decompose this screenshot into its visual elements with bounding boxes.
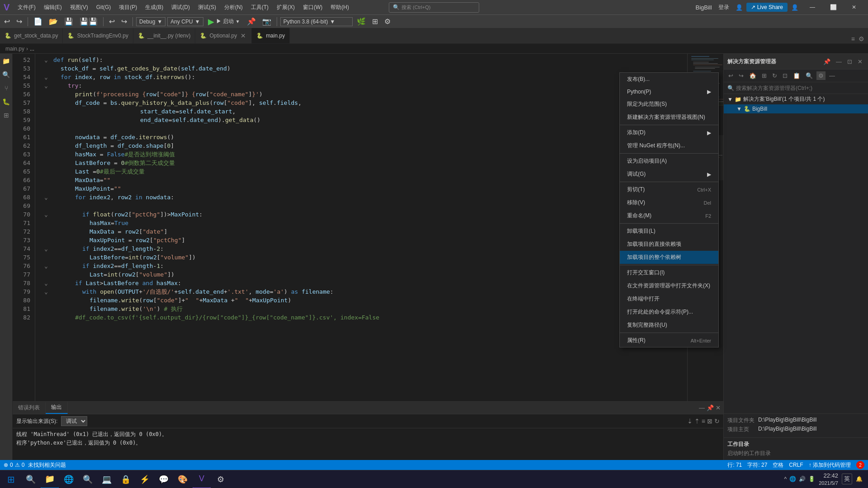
open-btn[interactable]: 📂 [47, 16, 60, 27]
project-item[interactable]: ▼ 🐍 BigBill [724, 104, 868, 113]
ctx-python[interactable]: Python(P) ▶ [620, 86, 718, 98]
code-editor[interactable]: ⌄ def run(self): stock_df = self.get_cod… [35, 54, 687, 401]
ctx-publish[interactable]: 发布(B)... [620, 73, 718, 86]
panel-tool-9[interactable]: ⚙ [816, 71, 826, 80]
ctx-unload[interactable]: 卸载项目(L) [620, 225, 718, 238]
undo-btn[interactable]: ↩ [2, 16, 12, 27]
systray-network[interactable]: 🌐 [789, 476, 796, 482]
taskbar-app-terminal[interactable]: 💻 [98, 470, 116, 488]
panel-pin-btn[interactable]: 📌 [821, 57, 832, 66]
run-button[interactable]: ▶ ▶ 启动 ▼ [205, 16, 243, 28]
ctx-new-view[interactable]: 新建解决方案资源管理器视图(N) [620, 111, 718, 124]
panel-tool-8[interactable]: 🔍 [804, 71, 815, 80]
ctx-cmd-prompt[interactable]: 打开此处的命令提示符(P)... [620, 305, 718, 319]
tab-optional-py[interactable]: 🐍 Optional.py ✕ [195, 28, 252, 43]
menu-project[interactable]: 项目(P) [115, 2, 141, 13]
systray-expand[interactable]: ^ [784, 476, 787, 482]
menu-window[interactable]: 窗口(W) [299, 2, 326, 13]
taskbar-app-security[interactable]: 🔒 [117, 470, 135, 488]
panel-close-btn[interactable]: ✕ [856, 57, 864, 66]
activity-extensions[interactable]: ⊞ [1, 110, 12, 121]
systray-battery[interactable]: 🔋 [808, 476, 815, 482]
undo2-btn[interactable]: ↩ [107, 16, 117, 27]
panel-tool-7[interactable]: 📋 [791, 71, 802, 80]
status-encoding[interactable]: CRLF [789, 462, 803, 468]
status-char[interactable]: 字符: 27 [747, 461, 767, 469]
ctx-rename[interactable]: 重命名(M) F2 [620, 209, 718, 222]
python-version-dropdown[interactable]: Python 3.8 (64-bit) ▼ [280, 17, 353, 26]
taskbar-app-search[interactable]: 🔍 [22, 470, 40, 488]
panel-tool-3[interactable]: 🏠 [747, 71, 758, 80]
search-box[interactable]: 🔍 搜索 (Ctrl+Q) [389, 2, 479, 13]
menu-view[interactable]: 视图(V) [66, 2, 92, 13]
panel-search-input[interactable] [736, 85, 864, 91]
notification-count[interactable]: 2 [856, 461, 864, 469]
taskbar-time[interactable]: 22:42 2021/5/7 [819, 472, 838, 487]
taskbar-app-power[interactable]: ⚡ [136, 470, 154, 488]
tab-list-btn[interactable]: ≡ [850, 34, 856, 43]
menu-test[interactable]: 测试(S) [194, 2, 220, 13]
output-tool-5[interactable]: ↻ [714, 418, 720, 425]
notifications[interactable]: 🔔 [856, 476, 863, 482]
status-space[interactable]: 空格 [773, 461, 783, 469]
panel-minimize-btn[interactable]: — [834, 57, 844, 66]
ctx-nuget[interactable]: 管理 NuGet 程序包(N)... [620, 139, 718, 152]
ctx-scope[interactable]: 限定为此范围(S) [620, 98, 718, 111]
ctx-copy-path[interactable]: 复制完整路径(U) [620, 319, 718, 332]
ctx-debug[interactable]: 调试(G) ▶ [620, 168, 718, 181]
ctx-remove[interactable]: 移除(V) Del [620, 196, 718, 209]
output-tool-1[interactable]: ⇣ [687, 418, 693, 425]
save-all-btn[interactable]: 💾💾 [77, 16, 100, 27]
systray-sound[interactable]: 🔊 [799, 476, 806, 482]
status-line[interactable]: 行: 71 [727, 461, 742, 469]
taskbar-app-chat[interactable]: 💬 [155, 470, 173, 488]
input-method[interactable]: 英 [842, 474, 852, 484]
activity-explorer[interactable]: 📁 [1, 56, 12, 66]
menu-tools[interactable]: 工具(T) [247, 2, 272, 13]
user-profile-icon[interactable]: 👤 [791, 4, 798, 11]
attach-btn[interactable]: 📌 [245, 16, 258, 27]
ctx-cut[interactable]: 剪切(T) Ctrl+X [620, 183, 718, 196]
maximize-button[interactable]: ⬜ [823, 0, 844, 14]
save-btn[interactable]: 💾 [62, 16, 75, 27]
activity-git[interactable]: ⑂ [1, 83, 12, 94]
ctx-open-terminal[interactable]: 在终端中打开 [620, 292, 718, 305]
taskbar-app-vs[interactable]: V [193, 470, 211, 488]
panel-dock-btn[interactable]: ⊡ [845, 57, 854, 66]
output-tool-4[interactable]: ⊠ [707, 418, 712, 425]
panel-tool-5[interactable]: ↻ [770, 71, 779, 80]
output-tool-2[interactable]: ⇡ [694, 418, 700, 425]
redo-btn[interactable]: ↪ [14, 16, 24, 27]
output-minimize[interactable]: — [699, 404, 705, 411]
ctx-properties[interactable]: 属性(R) Alt+Enter [620, 334, 718, 347]
menu-build[interactable]: 生成(B) [142, 2, 167, 13]
taskbar-app-chrome[interactable]: 🌐 [60, 470, 78, 488]
activity-debug[interactable]: 🐛 [1, 96, 12, 107]
minimize-button[interactable]: — [802, 0, 823, 14]
new-file-btn[interactable]: 📄 [31, 16, 45, 27]
panel-tool-2[interactable]: ↪ [737, 71, 745, 80]
tab-output[interactable]: 输出 [46, 402, 68, 414]
panel-tool-10[interactable]: — [827, 71, 837, 80]
panel-tool-4[interactable]: ⊞ [760, 71, 769, 80]
screenshot-btn[interactable]: 📷 [260, 16, 274, 27]
env-btn[interactable]: 🌿 [354, 16, 368, 27]
taskbar-app-settings[interactable]: ⚙ [212, 470, 230, 488]
settings-btn2[interactable]: ⚙ [382, 16, 393, 27]
tab-get-stock-data[interactable]: 🐍 get_stock_data.py [0, 28, 63, 43]
activity-search[interactable]: 🔍 [1, 69, 12, 80]
tab-error-list[interactable]: 错误列表 [13, 402, 46, 413]
tab-settings-btn[interactable]: ⚙ [858, 34, 865, 43]
redo2-btn[interactable]: ↪ [119, 16, 129, 27]
output-tool-3[interactable]: ≡ [702, 418, 705, 425]
tab-close-optional[interactable]: ✕ [240, 32, 247, 40]
menu-analyze[interactable]: 分析(N) [221, 2, 246, 13]
solution-item[interactable]: ▼ 📁 解决方案'BigBill'(1 个项目/共 1 个) [724, 94, 868, 104]
ctx-load-direct[interactable]: 加载项目的直接依赖项 [620, 238, 718, 251]
live-share-button[interactable]: ↗ Live Share [746, 3, 788, 12]
status-add-source[interactable]: ↑ 添加到代码管理 [809, 461, 851, 469]
menu-extensions[interactable]: 扩展(X) [273, 2, 298, 13]
output-source-select[interactable]: 调试 [61, 416, 87, 426]
output-close[interactable]: ✕ [716, 404, 721, 411]
ctx-load-all[interactable]: 加载项目的整个依赖树 [620, 251, 718, 264]
